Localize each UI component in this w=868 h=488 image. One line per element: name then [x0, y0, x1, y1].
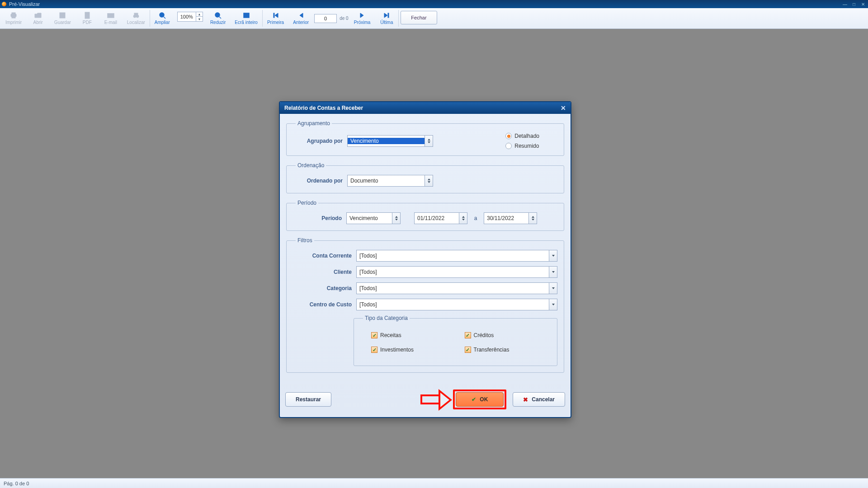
- first-page-button[interactable]: Primeira: [263, 8, 288, 28]
- print-button[interactable]: Imprimir: [1, 8, 26, 28]
- preview-workspace: Relatório de Contas a Receber ✕ Agrupame…: [0, 29, 868, 478]
- radio-dot-icon: [505, 143, 512, 149]
- group-by-select[interactable]: Vencimento: [347, 135, 433, 147]
- window-title-bar: Pré-Visualizar — □ ✕: [0, 0, 868, 8]
- email-label: E-mail: [104, 20, 117, 25]
- radio-detailed[interactable]: Detalhado: [505, 133, 539, 139]
- check-transferencias-label: Transferências: [474, 347, 509, 353]
- zoom-out-icon: [214, 12, 222, 19]
- svg-rect-3: [60, 13, 65, 18]
- window-maximize-button[interactable]: □: [851, 2, 857, 6]
- date-separator: a: [472, 215, 479, 221]
- zoom-spin-up[interactable]: ▲: [196, 12, 203, 17]
- status-bar: Pág. 0 de 0: [0, 478, 868, 488]
- highlight-arrow-icon: [420, 388, 454, 411]
- svg-rect-17: [274, 13, 274, 18]
- next-page-button[interactable]: Próxima: [349, 8, 375, 28]
- order-by-select[interactable]: Documento: [347, 175, 433, 187]
- check-icon: ✔: [472, 396, 476, 403]
- full-screen-button[interactable]: Ecrã inteiro: [230, 8, 262, 28]
- pdf-icon: [84, 12, 91, 19]
- cancel-button[interactable]: ✖ Cancelar: [513, 392, 565, 407]
- zoom-in-button[interactable]: Ampliar: [150, 8, 175, 28]
- group-periodo: Período Período Vencimento 01/11/2022 a …: [286, 200, 564, 231]
- ok-button[interactable]: ✔ OK: [456, 392, 504, 407]
- open-button[interactable]: Abrir: [26, 8, 50, 28]
- zoom-out-button[interactable]: Reduzir: [206, 8, 230, 28]
- period-type-select[interactable]: Vencimento: [346, 212, 401, 224]
- zoom-combo[interactable]: 100% ▲ ▼: [177, 12, 203, 22]
- last-page-label: Última: [380, 20, 393, 25]
- group-by-value: Vencimento: [348, 138, 425, 144]
- dialog-close-button[interactable]: ✕: [561, 104, 566, 112]
- date-from-input[interactable]: 01/11/2022: [414, 212, 467, 224]
- email-icon: [107, 12, 114, 19]
- checkbox-icon: [465, 332, 471, 338]
- zoom-in-label: Ampliar: [155, 20, 170, 25]
- ok-label: OK: [480, 396, 488, 403]
- legend-ordenacao: Ordenação: [296, 162, 326, 169]
- find-button[interactable]: Localizar: [123, 8, 150, 28]
- prev-page-button[interactable]: Anterior: [288, 8, 313, 28]
- last-page-button[interactable]: Última: [375, 8, 398, 28]
- svg-marker-19: [300, 13, 303, 18]
- pdf-button[interactable]: PDF: [75, 8, 99, 28]
- date-to-input[interactable]: 30/11/2022: [484, 212, 537, 224]
- svg-rect-22: [388, 13, 389, 18]
- label-period: Período: [315, 215, 342, 221]
- group-ordenacao: Ordenação Ordenado por Documento: [286, 162, 564, 193]
- checkbox-icon: [371, 332, 377, 338]
- close-preview-button[interactable]: Fechar: [401, 11, 437, 24]
- window-minimize-button[interactable]: —: [842, 2, 848, 6]
- svg-line-14: [219, 17, 221, 19]
- check-creditos[interactable]: Créditos: [465, 332, 540, 338]
- window-title: Pré-Visualizar: [9, 1, 40, 7]
- category-select[interactable]: [Todos]: [356, 282, 557, 294]
- legend-filtros: Filtros: [296, 237, 314, 244]
- status-page: Pág. 0 de 0: [4, 481, 29, 486]
- pdf-label: PDF: [83, 20, 92, 25]
- zoom-value: 100%: [178, 14, 196, 19]
- open-label: Abrir: [33, 20, 43, 25]
- print-label: Imprimir: [5, 20, 22, 25]
- account-select[interactable]: [Todos]: [356, 250, 557, 262]
- order-by-value: Documento: [348, 178, 425, 184]
- report-dialog: Relatório de Contas a Receber ✕ Agrupame…: [279, 101, 571, 418]
- svg-marker-20: [360, 13, 363, 18]
- check-investimentos-label: Investimentos: [380, 347, 414, 353]
- zoom-spin-down[interactable]: ▼: [196, 17, 203, 21]
- ok-highlight-box: ✔ OK: [453, 389, 506, 409]
- save-label: Guardar: [54, 20, 71, 25]
- svg-rect-8: [134, 13, 138, 15]
- radio-dot-icon: [505, 133, 512, 139]
- check-transferencias[interactable]: Transferências: [465, 347, 540, 353]
- label-costcenter: Centro de Custo: [293, 301, 352, 308]
- last-page-icon: [383, 12, 390, 19]
- email-button[interactable]: E-mail: [99, 8, 123, 28]
- svg-rect-2: [12, 16, 15, 18]
- restore-button[interactable]: Restaurar: [285, 392, 331, 407]
- close-preview-label: Fechar: [411, 15, 426, 20]
- page-number-input[interactable]: [314, 14, 337, 23]
- label-group-by: Agrupado por: [293, 138, 343, 144]
- first-page-label: Primeira: [267, 20, 284, 25]
- prev-page-label: Anterior: [293, 20, 309, 25]
- radio-summary[interactable]: Resumido: [505, 143, 539, 149]
- save-button[interactable]: Guardar: [50, 8, 75, 28]
- prev-page-icon: [297, 12, 305, 19]
- legend-periodo: Período: [296, 200, 318, 206]
- legend-tipo-categoria: Tipo da Categoria: [363, 315, 410, 321]
- costcenter-select[interactable]: [Todos]: [356, 299, 557, 310]
- cancel-icon: ✖: [523, 396, 528, 403]
- radio-detailed-label: Detalhado: [514, 133, 539, 139]
- window-close-button[interactable]: ✕: [860, 2, 866, 6]
- group-filtros: Filtros Conta Corrente [Todos] Cliente […: [286, 237, 564, 373]
- group-tipo-categoria: Tipo da Categoria Receitas Créditos I: [354, 315, 557, 366]
- check-investimentos[interactable]: Investimentos: [371, 347, 447, 353]
- check-receitas[interactable]: Receitas: [371, 332, 447, 338]
- client-select[interactable]: [Todos]: [356, 266, 557, 278]
- period-type-value: Vencimento: [347, 215, 392, 221]
- svg-rect-4: [85, 12, 90, 19]
- svg-rect-1: [12, 13, 15, 14]
- restore-label: Restaurar: [296, 396, 321, 403]
